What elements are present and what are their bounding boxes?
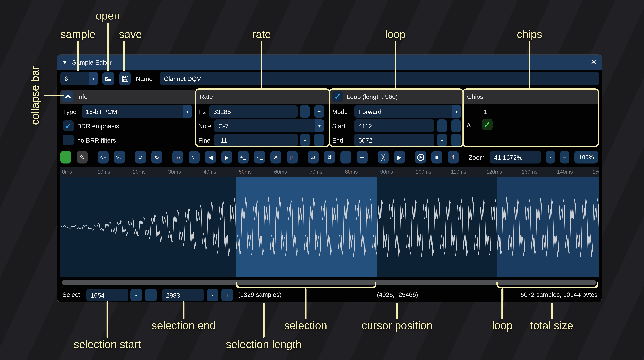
reverse-button[interactable]: ⇄	[308, 151, 319, 164]
loop-enable-checkbox[interactable]: ✓	[332, 91, 343, 102]
window-titlebar[interactable]: ▼ Sample Editor ✕	[57, 55, 602, 70]
no-brr-filters-checkbox[interactable]: ✓	[63, 134, 74, 146]
info-panel-title: Info	[77, 93, 88, 100]
ruler-tick-label: 140ms	[557, 169, 573, 175]
preview-button[interactable]: ▶	[394, 151, 405, 164]
brr-emphasis-checkbox[interactable]: ✓	[63, 120, 74, 131]
resize-button[interactable]: ∿↔	[114, 151, 125, 164]
loop-mode-select[interactable]: Forward ▼	[354, 105, 461, 118]
trim-button[interactable]: ◳	[287, 151, 298, 164]
fade-in-button[interactable]: ◀	[205, 151, 216, 164]
note-label: Note	[198, 122, 212, 129]
annotation-rate: rate	[252, 28, 271, 41]
loop-end-plus-button[interactable]: +	[451, 134, 461, 146]
note-select[interactable]: C-7 ▼	[214, 120, 324, 132]
apply-filter-button[interactable]: ⇝	[357, 151, 368, 164]
loop-start-plus-button[interactable]: +	[451, 120, 461, 132]
fine-minus-button[interactable]: -	[300, 134, 310, 146]
note-select-value: C-7	[214, 120, 315, 132]
delete-button[interactable]: ✕	[270, 151, 282, 164]
edit-mode-draw-button[interactable]: ✎	[77, 151, 88, 164]
zoom-out-button[interactable]: -	[546, 151, 555, 164]
chevron-up-icon	[65, 95, 71, 98]
ruler-tick-label: 50ms	[239, 169, 252, 175]
resize-icon: ∿↔	[116, 155, 124, 160]
selection-start-plus-button[interactable]: +	[145, 289, 157, 302]
open-sample-button[interactable]	[102, 72, 114, 85]
rate-panel: Rate Hz 33286 - + Note C-7 ▼ Fine -11 - …	[196, 90, 329, 146]
insert-button[interactable]: ∿+	[98, 151, 108, 164]
invert-button[interactable]: ⇵	[324, 151, 335, 164]
waveform-view[interactable]	[60, 177, 599, 277]
name-input[interactable]: Clarinet DQV	[160, 72, 599, 85]
rate-panel-title: Rate	[200, 93, 213, 100]
selection-start-minus-button[interactable]: -	[130, 289, 142, 302]
type-select[interactable]: 16-bit PCM ▼	[82, 105, 192, 118]
stop-button[interactable]: ■	[431, 151, 442, 164]
undo-button[interactable]: ↺	[135, 151, 146, 164]
annotation-open: open	[96, 10, 120, 22]
trim-icon: ◳	[290, 154, 295, 160]
invert-icon: ⇵	[327, 154, 332, 160]
info-collapse-button[interactable]	[62, 91, 74, 102]
upload-icon: ↥	[451, 154, 456, 160]
fine-plus-button[interactable]: +	[314, 134, 324, 146]
annotation-line-total-size	[551, 302, 552, 319]
selection-start-input[interactable]: 1654	[86, 289, 128, 302]
insert-icon: ∿+	[100, 155, 106, 160]
waveform-scrollbar[interactable]	[60, 278, 599, 286]
insert-silence-button[interactable]: +▁	[238, 151, 249, 164]
loop-start-input[interactable]: 4112	[354, 120, 434, 132]
close-icon[interactable]: ✕	[591, 58, 596, 66]
annotation-cursor-position: cursor position	[362, 319, 432, 332]
folder-open-icon	[104, 76, 112, 82]
statusbar-divider	[504, 289, 504, 300]
loop-end-minus-button[interactable]: -	[437, 134, 447, 146]
no-brr-filters-label: no BRR filters	[77, 136, 116, 144]
sample-selector[interactable]: 6 ▼	[60, 72, 98, 85]
toolbar-group: ▶■↥	[415, 151, 459, 164]
window-collapse-icon[interactable]: ▼	[62, 59, 68, 66]
selection-end-input[interactable]: 2983	[162, 289, 204, 302]
hz-minus-button[interactable]: -	[300, 105, 310, 118]
amplify-button[interactable]: ◖)	[172, 151, 183, 164]
annotation-chips: chips	[517, 28, 542, 41]
zoom-reset-button[interactable]: 100%	[574, 151, 598, 164]
apply-silence-button[interactable]: ∗▁	[254, 151, 265, 164]
play-button[interactable]: ▶	[415, 151, 426, 164]
loop-start-minus-button[interactable]: -	[437, 120, 447, 132]
upload-button[interactable]: ↥	[448, 151, 459, 164]
hz-label: Hz	[198, 108, 206, 115]
fade-out-button[interactable]: ▶	[222, 151, 232, 164]
zoom-in-button[interactable]: +	[560, 151, 570, 164]
chip-enable-checkbox[interactable]: ✓	[482, 119, 493, 130]
annotation-selection-length: selection length	[226, 338, 302, 351]
annotation-line-selection-length	[263, 302, 264, 338]
time-ruler[interactable]: 0ms10ms20ms30ms40ms50ms60ms70ms80ms90ms1…	[60, 167, 599, 177]
hz-plus-button[interactable]: +	[314, 105, 324, 118]
window-title: Sample Editor	[72, 59, 112, 66]
scrollbar-thumb[interactable]	[62, 280, 596, 285]
normalize-button[interactable]: ∿↕	[189, 151, 200, 164]
loop-mode-value: Forward	[354, 105, 452, 118]
hz-input[interactable]: 33286	[209, 105, 298, 118]
fine-input[interactable]: -11	[214, 134, 298, 146]
save-sample-button[interactable]	[119, 72, 131, 85]
ruler-tick-label: 20ms	[133, 169, 146, 175]
signed-unsigned-button[interactable]: ±	[340, 151, 351, 164]
zoom-input[interactable]: 41.1672%	[490, 151, 541, 164]
selection-end-minus-button[interactable]: -	[207, 289, 218, 302]
toolbar-group: ↺↻	[135, 151, 162, 164]
floppy-icon	[122, 76, 128, 82]
sample-row: 6 ▼ Name Clarinet DQV	[57, 70, 602, 89]
loop-end-input[interactable]: 5072	[354, 134, 434, 146]
selection-end-plus-button[interactable]: +	[222, 289, 233, 302]
apply-silence-icon: ∗▁	[256, 155, 263, 160]
crossfade-button[interactable]: ╳	[378, 151, 389, 164]
ruler-tick-label: 40ms	[204, 169, 216, 175]
redo-button[interactable]: ↻	[151, 151, 162, 164]
waveform-trace	[60, 177, 599, 277]
sample-editor-window: ▼ Sample Editor ✕ 6 ▼ Name Clarinet DQ	[56, 54, 602, 302]
edit-mode-select-button[interactable]: ⌶	[60, 151, 71, 164]
ruler-tick-label: 70ms	[310, 169, 322, 175]
